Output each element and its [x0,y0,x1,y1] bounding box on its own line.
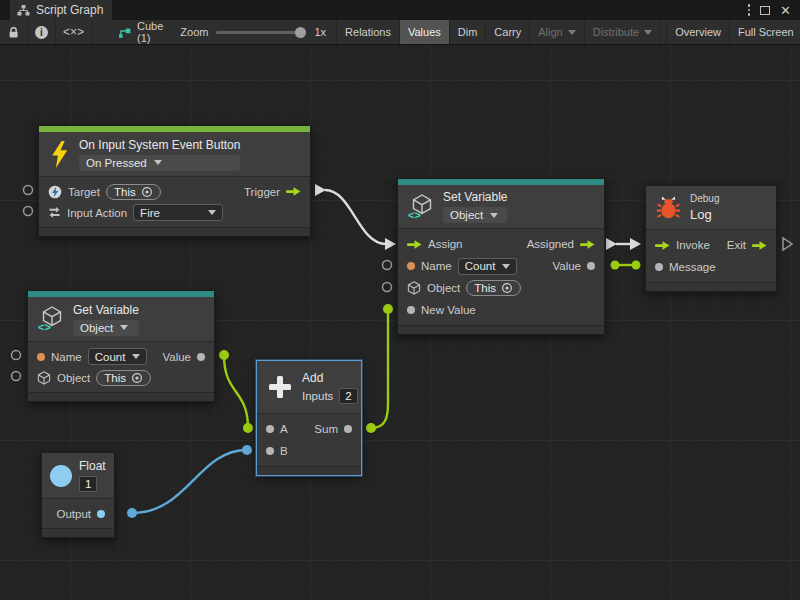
float-circle-icon [50,465,72,487]
variable-name-value: Count [95,351,126,363]
window-titlebar: Script Graph ✕ [0,0,800,20]
svg-text:<>: <> [408,209,421,220]
overview-label: Overview [675,26,721,38]
value-output-port[interactable] [587,262,595,270]
align-button[interactable]: Align [530,20,584,44]
object-value-pill[interactable]: This [96,370,151,386]
variable-scope-dropdown[interactable]: Object [443,207,507,223]
input-b-row: B [257,440,361,462]
inputs-count-field[interactable]: 2 [339,388,357,404]
wire-value-set-variable-to-message[interactable] [611,261,641,270]
unconnected-port-indicator[interactable] [12,372,21,381]
a-input-port[interactable] [266,425,274,433]
overview-button[interactable]: Overview [666,20,730,44]
wire-flow-event-to-set-variable[interactable] [315,184,396,250]
invoke-label: Invoke [676,239,710,251]
node-add[interactable]: Add Inputs 2 A Sum B [256,360,362,476]
value-label: Value [552,260,581,272]
b-input-port[interactable] [266,447,274,455]
tab-script-graph[interactable]: Script Graph [10,0,112,20]
carry-button[interactable]: Carry [486,20,530,44]
target-label: Target [68,186,100,198]
new-value-input-port[interactable] [407,306,415,314]
graph-context-label: Cube (1) [137,20,163,44]
object-value-pill[interactable]: This [466,280,521,296]
input-action-label: Input Action [67,207,127,219]
svg-text:<>: <> [38,321,51,332]
input-system-icon [48,185,62,199]
graph-toolbar: i <×> Cube (1) Zoom 1x Relations [0,20,800,45]
variable-scope-value: Object [80,322,113,334]
unconnected-port-indicator[interactable] [12,351,21,360]
values-button[interactable]: Values [400,20,450,44]
zoom-slider-handle[interactable] [295,27,306,38]
input-a-row: A Sum [257,418,361,440]
float-output-port[interactable] [97,510,105,518]
target-picker-icon [131,372,143,384]
graph-canvas[interactable]: On Input System Event Button On Pressed [0,45,800,600]
cube-icon [37,371,51,385]
variable-scope-dropdown[interactable]: Object [73,320,139,336]
maximize-icon[interactable] [760,6,770,15]
sum-output-port[interactable] [344,425,352,433]
float-value-field[interactable]: 1 [79,476,97,492]
unconnected-port-indicator[interactable] [24,186,33,195]
distribute-button[interactable]: Distribute [585,20,661,44]
window-menu-icon[interactable] [748,4,751,16]
zoom-slider[interactable] [216,31,306,34]
unconnected-port-indicator[interactable] [383,261,392,270]
flow-output-port[interactable] [580,239,595,250]
wire-value-get-variable-to-add-a[interactable] [219,350,253,433]
assign-row: Assign Assigned [398,233,604,255]
value-output-port[interactable] [197,353,205,361]
flow-input-port[interactable] [655,240,670,251]
message-input-port[interactable] [655,263,663,271]
wire-flow-set-variable-to-debug-log[interactable] [606,238,641,250]
name-input-port[interactable] [407,262,415,270]
graph-context[interactable]: Cube (1) [92,20,170,44]
plus-icon [267,374,293,400]
unconnected-port-indicator[interactable] [383,283,392,292]
chevron-down-icon [502,264,510,269]
target-value-pill[interactable]: This [106,184,161,200]
event-mode-dropdown[interactable]: On Pressed [79,155,240,171]
name-input-port[interactable] [37,353,45,361]
flow-output-port[interactable] [752,240,767,251]
node-debug-log[interactable]: Debug Log Invoke Exit [645,185,777,292]
relations-button[interactable]: Relations [336,20,400,44]
wire-value-add-sum-to-new-value[interactable] [366,304,393,433]
input-action-dropdown[interactable]: Fire [133,204,223,221]
close-icon[interactable]: ✕ [780,4,791,17]
unconnected-flow-port-indicator[interactable] [783,238,792,250]
align-label: Align [538,26,562,38]
trigger-label: Trigger [244,186,280,198]
lock-button[interactable] [0,20,28,44]
unconnected-port-indicator[interactable] [24,207,33,216]
lock-icon [7,26,20,39]
output-label: Output [56,508,91,520]
flow-input-port[interactable] [407,239,422,250]
node-header: <> Set Variable Object [398,185,604,228]
zoom-label: Zoom [180,26,208,38]
flow-output-port[interactable] [286,186,301,197]
node-on-input-system-event-button[interactable]: On Input System Event Button On Pressed [38,125,311,237]
inputs-label: Inputs [302,390,333,402]
node-header: <> Get Variable Object [28,297,214,341]
object-value: This [474,282,496,294]
chevron-down-icon [132,354,140,359]
variable-name-dropdown[interactable]: Count [88,348,148,365]
node-float-literal[interactable]: Float 1 Output [41,452,115,538]
fullscreen-button[interactable]: Full Screen [730,20,800,44]
node-set-variable[interactable]: <> Set Variable Object A [397,178,605,335]
event-mode-value: On Pressed [86,157,147,169]
object-label: Object [57,372,90,384]
variable-name-dropdown[interactable]: Count [458,258,518,275]
dim-button[interactable]: Dim [450,20,487,44]
node-get-variable[interactable]: <> Get Variable Object Name Count [27,290,215,402]
code-view-button[interactable]: <×> [56,20,92,44]
node-category: Debug [690,193,719,204]
new-value-row: New Value [398,299,604,321]
cube-icon [407,281,421,295]
info-button[interactable]: i [28,20,56,44]
wire-value-float-to-add-b[interactable] [127,445,252,518]
